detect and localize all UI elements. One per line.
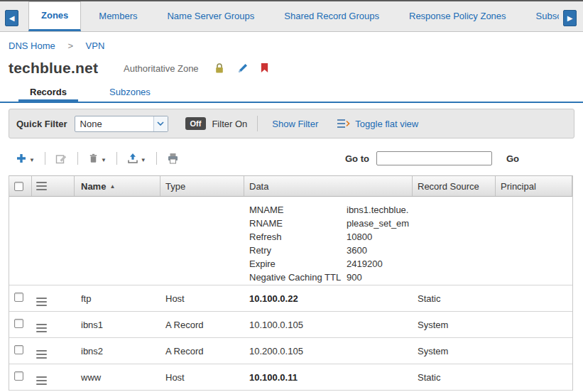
edit-pencil-icon[interactable]	[237, 62, 249, 74]
column-header-principal[interactable]: Principal	[496, 176, 572, 196]
soa-detail-list: MNAME ibns1.techblue. RNAME please_set_e…	[249, 203, 413, 284]
row-checkbox[interactable]	[14, 371, 23, 381]
divider	[156, 152, 157, 165]
tab-label: Zones	[41, 10, 68, 21]
tab-members[interactable]: Members	[87, 1, 149, 31]
select-all-header[interactable]	[9, 176, 32, 196]
chevron-down-icon	[153, 116, 168, 131]
record-type: A Record	[165, 346, 203, 356]
zone-type-label: Authoritative Zone	[124, 63, 199, 74]
soa-field-label: Retry	[249, 244, 347, 257]
row-checkbox[interactable]	[14, 319, 23, 328]
soa-field-value: 2419200	[347, 257, 383, 271]
main-tab-bar: ◀ Zones Members Name Server Groups Share…	[0, 0, 583, 32]
go-button[interactable]: Go	[506, 153, 519, 164]
row-checkbox[interactable]	[14, 345, 23, 354]
records-table: Name ▲ Type Data Record Source Principal…	[9, 175, 573, 391]
breadcrumb-separator: >	[67, 40, 73, 51]
tab-name-server-groups[interactable]: Name Server Groups	[155, 1, 266, 31]
soa-detail-line: Retry 3600	[249, 244, 413, 257]
row-menu-icon[interactable]	[36, 376, 47, 385]
divider	[257, 116, 258, 131]
goto-label: Go to	[345, 153, 369, 164]
tab-scroll-left-button[interactable]: ◀	[5, 10, 18, 26]
table-row[interactable]: ftp Host 10.100.0.22 Static	[9, 285, 572, 312]
quick-filter-select[interactable]: None	[75, 116, 168, 132]
quick-filter-label: Quick Filter	[16, 119, 67, 129]
column-header-record-source[interactable]: Record Source	[413, 176, 496, 196]
row-menu-icon[interactable]	[36, 350, 47, 359]
flat-view-icon[interactable]	[337, 118, 350, 129]
toggle-flat-view-link[interactable]: Toggle flat view	[355, 119, 418, 129]
select-all-checkbox[interactable]	[14, 182, 23, 191]
edit-box-icon	[55, 153, 67, 164]
tab-response-policy-zones[interactable]: Response Policy Zones	[397, 1, 518, 31]
soa-field-label: Expire	[249, 257, 347, 271]
record-type: A Record	[165, 320, 203, 330]
column-header-type[interactable]: Type	[160, 176, 244, 196]
soa-field-value: 3600	[347, 244, 367, 257]
row-menu-icon[interactable]	[36, 298, 47, 306]
breadcrumb-dns-home[interactable]: DNS Home	[9, 40, 55, 51]
tab-subscriber-services[interactable]: Subscriber S	[524, 1, 559, 31]
record-data: 10.100.0.22	[249, 293, 298, 304]
filter-on-toggle[interactable]: Off	[185, 117, 207, 130]
app-window: ◀ Zones Members Name Server Groups Share…	[0, 0, 583, 392]
filter-on-label: Filter On	[212, 119, 247, 129]
soa-field-label: Refresh	[249, 230, 347, 244]
soa-field-label: MNAME	[249, 203, 347, 217]
record-name: ibns2	[81, 346, 103, 356]
table-row[interactable]: ibns2 A Record 10.200.0.105 System	[9, 338, 572, 364]
soa-detail-line: RNAME please_set_em	[249, 217, 413, 230]
soa-field-label: RNAME	[249, 217, 347, 230]
record-type: Host	[165, 293, 185, 304]
record-name: www	[81, 372, 101, 383]
record-data: 10.100.0.105	[249, 320, 303, 330]
tab-zones[interactable]: Zones	[28, 1, 81, 31]
record-data: 10.200.0.105	[249, 346, 303, 356]
tab-shared-record-groups[interactable]: Shared Record Groups	[272, 1, 391, 31]
table-body: ftp Host 10.100.0.22 Static ibns1 A Reco…	[9, 285, 572, 391]
menu-column-header[interactable]	[32, 176, 75, 196]
record-source: Static	[418, 293, 441, 304]
show-filter-link[interactable]: Show Filter	[272, 119, 318, 129]
column-header-name[interactable]: Name ▲	[75, 176, 160, 196]
column-header-data[interactable]: Data	[244, 176, 413, 196]
tab-label: Members	[99, 11, 137, 21]
tab-scroll-right-button[interactable]: ▶	[563, 10, 577, 26]
table-row-soa-detail[interactable]: MNAME ibns1.techblue. RNAME please_set_e…	[9, 197, 572, 285]
delete-button[interactable]: ▼	[88, 153, 107, 164]
main-tabs: Zones Members Name Server Groups Shared …	[26, 1, 559, 31]
title-bar: techblue.net Authoritative Zone	[0, 53, 583, 83]
soa-detail-line: Refresh 10800	[249, 230, 413, 244]
tab-label: Subscriber S	[536, 11, 559, 21]
table-header: Name ▲ Type Data Record Source Principal	[9, 175, 572, 197]
print-button[interactable]	[167, 153, 179, 164]
goto-input[interactable]	[376, 151, 492, 165]
tab-subzones[interactable]: Subzones	[98, 83, 162, 102]
row-checkbox[interactable]	[14, 293, 23, 302]
soa-detail-line: Expire 2419200	[249, 257, 413, 271]
caret-down-icon: ▼	[141, 157, 146, 164]
trash-icon	[88, 153, 99, 164]
soa-field-label: Negative Caching TTL	[249, 271, 347, 284]
lock-icon[interactable]	[214, 62, 226, 74]
tab-records[interactable]: Records	[18, 83, 78, 102]
flag-bookmark-icon[interactable]	[260, 62, 271, 74]
goto-group: Go to Go	[345, 151, 574, 165]
soa-field-value: ibns1.techblue.	[347, 203, 408, 217]
plus-icon	[16, 153, 27, 164]
add-button[interactable]: ▼	[16, 153, 35, 164]
edit-button[interactable]	[55, 153, 67, 164]
record-name: ibns1	[81, 320, 103, 330]
soa-detail-line: MNAME ibns1.techblue.	[249, 203, 413, 217]
table-row[interactable]: www Host 10.100.0.11 Static	[9, 364, 572, 391]
export-button[interactable]: ▼	[127, 153, 146, 164]
breadcrumb: DNS Home > VPN	[0, 32, 583, 53]
breadcrumb-vpn[interactable]: VPN	[86, 40, 105, 51]
right-arrow-icon: ▶	[567, 11, 573, 26]
table-row[interactable]: ibns1 A Record 10.100.0.105 System	[9, 312, 572, 338]
sub-tab-bar: Records Subzones	[0, 83, 583, 103]
soa-field-value: 10800	[347, 230, 372, 244]
row-menu-icon[interactable]	[36, 324, 47, 332]
